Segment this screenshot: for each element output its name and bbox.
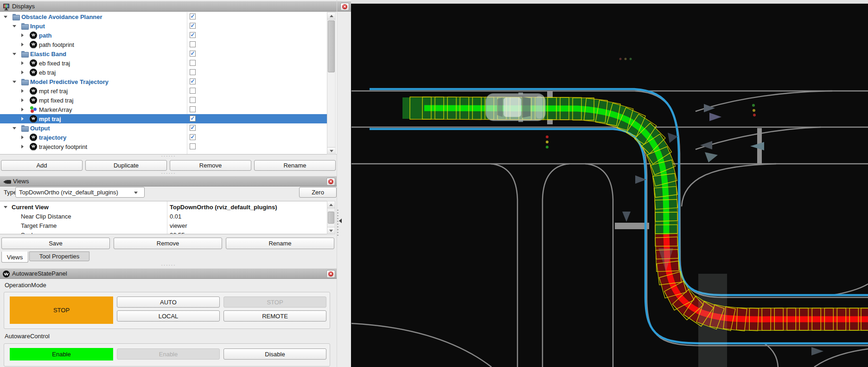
scroll-down-icon[interactable] <box>327 147 335 154</box>
rename-button[interactable]: Rename <box>254 160 336 171</box>
panel-collapse-arrow[interactable] <box>339 219 342 223</box>
visibility-checkbox[interactable]: ✓ <box>190 13 196 19</box>
property-row[interactable]: Current ViewTopDownOrtho (rviz_default_p… <box>0 202 327 212</box>
scroll-up-icon[interactable] <box>327 13 335 19</box>
visibility-checkbox[interactable]: ✓ <box>190 51 196 57</box>
display-item-input[interactable]: Input✓ <box>0 21 327 31</box>
scrollbar-thumb[interactable] <box>328 20 335 72</box>
disable-button[interactable]: Disable <box>223 348 326 360</box>
visibility-checkbox[interactable] <box>190 143 196 149</box>
display-item-eb-fixed-traj[interactable]: eb fixed traj <box>0 58 327 68</box>
visibility-checkbox[interactable] <box>190 97 196 103</box>
display-item-path[interactable]: path✓ <box>0 31 327 40</box>
expand-arrow-icon[interactable] <box>21 71 24 74</box>
displays-scrollbar[interactable] <box>327 12 336 155</box>
expand-arrow-icon[interactable] <box>21 108 24 111</box>
displays-close-button[interactable]: ✕ <box>340 3 349 11</box>
display-item-path-footprint[interactable]: path footprint <box>0 40 327 49</box>
remote-button[interactable]: REMOTE <box>223 310 326 322</box>
local-button[interactable]: LOCAL <box>117 310 220 322</box>
property-value[interactable]: viewer <box>170 222 187 229</box>
visibility-checkbox[interactable]: ✓ <box>190 32 196 38</box>
visibility-checkbox[interactable]: ✓ <box>190 134 196 140</box>
collapse-arrow-icon[interactable] <box>13 81 16 83</box>
scroll-up-icon[interactable] <box>327 201 335 208</box>
tab-views[interactable]: Views <box>1 251 28 263</box>
displays-icon <box>3 3 10 12</box>
visibility-checkbox[interactable]: ✓ <box>190 116 196 122</box>
visibility-checkbox[interactable] <box>190 69 196 75</box>
display-item-obstacle-avoidance-planner[interactable]: Obstacle Avoidance Planner✓ <box>0 12 327 21</box>
scrollbar-thumb[interactable] <box>328 212 334 224</box>
expand-arrow-icon[interactable] <box>21 98 24 102</box>
views-scrollbar[interactable] <box>327 201 335 234</box>
property-value[interactable]: 26.55 <box>170 232 185 234</box>
visibility-checkbox[interactable]: ✓ <box>190 78 196 84</box>
remove-button[interactable]: Remove <box>114 238 222 249</box>
visibility-checkbox[interactable]: ✓ <box>190 23 196 29</box>
expand-arrow-icon[interactable] <box>21 61 24 65</box>
enable-button[interactable]: Enable <box>117 348 220 360</box>
tab-tool-properties[interactable]: Tool Properties <box>29 251 89 261</box>
display-item-mpt-traj[interactable]: mpt traj✓ <box>0 114 327 123</box>
display-item-label: Elastic Band <box>30 51 66 58</box>
add-button[interactable]: Add <box>1 160 83 171</box>
expand-arrow-icon[interactable] <box>21 145 24 148</box>
display-item-output[interactable]: Output✓ <box>0 123 327 133</box>
operation-mode-label: OperationMode <box>5 282 46 289</box>
property-name: Current View <box>12 204 49 211</box>
collapse-arrow-icon[interactable] <box>13 25 16 27</box>
displays-tree[interactable]: Obstacle Avoidance Planner✓Input✓path✓pa… <box>0 12 337 155</box>
visibility-checkbox[interactable] <box>190 60 196 66</box>
expand-arrow-icon[interactable] <box>21 117 24 121</box>
autoware-panel-header: AutowareStatePanel ✕ <box>0 268 337 279</box>
display-item-label: Output <box>30 125 50 132</box>
property-row[interactable]: Near Clip Distance0.01 <box>0 212 327 221</box>
display-item-mpt-ref-traj[interactable]: mpt ref traj <box>0 86 327 96</box>
display-item-markerarray[interactable]: MarkerArray <box>0 105 327 114</box>
expand-arrow-icon[interactable] <box>21 89 24 93</box>
display-item-eb-traj[interactable]: eb traj <box>0 68 327 77</box>
property-row[interactable]: Scale26.55 <box>0 230 327 234</box>
3d-viewport[interactable] <box>351 0 868 367</box>
visibility-checkbox[interactable] <box>190 41 196 47</box>
display-item-trajectory-footprint[interactable]: trajectory footprint <box>0 142 327 151</box>
stop-button[interactable]: STOP <box>223 296 326 308</box>
views-close-button[interactable]: ✕ <box>326 178 335 186</box>
display-item-mpt-fixed-traj[interactable]: mpt fixed traj <box>0 96 327 105</box>
scroll-down-icon[interactable] <box>327 227 335 234</box>
visibility-checkbox[interactable] <box>190 106 196 112</box>
rename-button[interactable]: Rename <box>226 238 334 249</box>
collapse-arrow-icon[interactable] <box>4 16 7 18</box>
visibility-checkbox[interactable] <box>190 88 196 94</box>
splitter-handle[interactable]: ······ <box>0 155 337 158</box>
splitter-handle[interactable]: ······ <box>0 264 337 267</box>
collapse-arrow-icon[interactable] <box>13 53 16 55</box>
zero-button[interactable]: Zero <box>299 187 337 198</box>
expand-arrow-icon[interactable] <box>21 33 24 37</box>
display-item-label: MarkerArray <box>39 106 72 113</box>
display-item-elastic-band[interactable]: Elastic Band✓ <box>0 49 327 58</box>
autoware-close-button[interactable]: ✕ <box>326 270 335 278</box>
property-row[interactable]: Target Frameviewer <box>0 221 327 230</box>
duplicate-button[interactable]: Duplicate <box>85 160 167 171</box>
save-button[interactable]: Save <box>1 238 110 249</box>
view-type-dropdown[interactable]: TopDownOrtho (rviz_default_plugins) <box>15 187 145 198</box>
translucent-zone <box>698 274 727 367</box>
display-item-label: Input <box>30 23 45 30</box>
display-item-trajectory[interactable]: trajectory✓ <box>0 133 327 142</box>
current-view-table[interactable]: Current ViewTopDownOrtho (rviz_default_p… <box>0 201 335 234</box>
collapse-arrow-icon[interactable] <box>13 127 16 129</box>
splitter-handle[interactable]: ······ <box>0 172 337 175</box>
remove-button[interactable]: Remove <box>170 160 251 171</box>
expand-arrow-icon[interactable] <box>21 135 24 139</box>
auto-button[interactable]: AUTO <box>117 296 220 308</box>
panel-splitter[interactable] <box>337 210 338 236</box>
expand-arrow-icon[interactable] <box>21 43 24 46</box>
visibility-checkbox[interactable]: ✓ <box>190 125 196 131</box>
views-panel-header: Views ✕ <box>0 176 337 187</box>
display-item-model-predictive-trajectory[interactable]: Model Predictive Trajectory✓ <box>0 77 327 86</box>
property-value[interactable]: 0.01 <box>170 213 181 220</box>
property-value[interactable]: TopDownOrtho (rviz_default_plugins) <box>170 204 277 211</box>
collapse-arrow-icon[interactable] <box>4 206 7 208</box>
